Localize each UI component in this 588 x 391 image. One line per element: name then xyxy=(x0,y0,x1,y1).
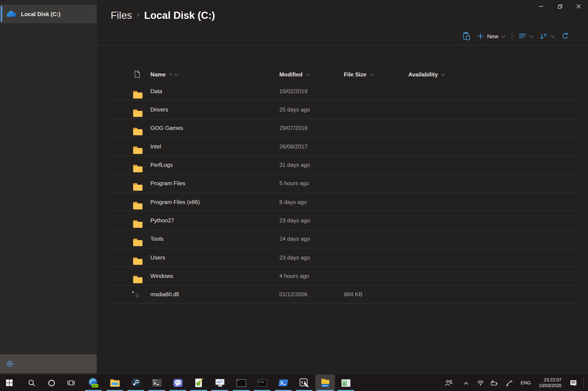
table-row[interactable]: Tools 24 days ago xyxy=(97,229,588,248)
show-desktop-button[interactable] xyxy=(584,377,584,389)
paste-button[interactable] xyxy=(463,29,471,43)
file-explorer-icon xyxy=(110,379,120,387)
app-window: Local Disk (C:) xyxy=(0,0,588,375)
people-button[interactable] xyxy=(439,375,458,391)
table-row[interactable]: Data 15/02/2019 xyxy=(97,82,588,100)
view-options-button[interactable] xyxy=(519,29,533,43)
edge-dev-button[interactable]: DEV xyxy=(84,375,103,391)
resource-monitor-button[interactable] xyxy=(210,375,229,391)
column-header-modified[interactable]: Modified xyxy=(279,67,310,82)
header-divider xyxy=(97,45,588,45)
time-label: 23:22:07 xyxy=(530,377,561,383)
minimize-button[interactable] xyxy=(532,0,551,13)
sidebar-item-local-disk-c[interactable]: Local Disk (C:) xyxy=(0,4,97,23)
search-button[interactable] xyxy=(22,375,41,391)
minimize-icon xyxy=(539,4,543,9)
table-row[interactable]: Intel 26/06/2017 xyxy=(97,137,588,156)
view-options-icon xyxy=(519,33,526,39)
sort-options-icon xyxy=(540,33,548,39)
action-center-icon xyxy=(570,379,577,387)
dev-tools-icon xyxy=(299,378,309,388)
close-icon xyxy=(576,4,581,9)
sidebar-item-label: Local Disk (C:) xyxy=(21,11,60,17)
chevron-down-icon xyxy=(551,34,555,38)
breadcrumb-current[interactable]: Local Disk (C:) xyxy=(144,10,215,21)
discord-button[interactable] xyxy=(168,375,187,391)
new-plus-icon xyxy=(477,33,484,39)
powershell-button[interactable] xyxy=(273,375,293,391)
cortana-button[interactable] xyxy=(42,375,61,391)
discord-icon xyxy=(173,378,183,388)
breadcrumb: Files › Local Disk (C:) xyxy=(111,10,215,21)
paste-icon xyxy=(463,32,471,40)
console-button[interactable] xyxy=(231,375,251,391)
table-row[interactable]: msdia80.dll 01/12/2006 884 KB xyxy=(97,285,588,303)
svg-text:C:\: C:\ xyxy=(258,380,263,383)
console-window-icon xyxy=(236,379,246,387)
svg-text:DEV: DEV xyxy=(93,385,97,387)
new-button[interactable]: New xyxy=(477,29,505,43)
task-view-button[interactable] xyxy=(62,375,81,391)
pen-icon xyxy=(506,380,512,386)
breadcrumb-root[interactable]: Files xyxy=(111,10,132,21)
column-header-file-size[interactable]: File Size xyxy=(344,67,373,82)
new-button-label: New xyxy=(487,33,498,39)
sort-ascending-icon: ↑ xyxy=(169,71,172,77)
file-type-column-icon[interactable] xyxy=(134,67,140,82)
refresh-button[interactable] xyxy=(561,29,569,43)
document-icon xyxy=(134,70,140,78)
chevron-up-icon xyxy=(463,381,469,385)
toolbar-divider xyxy=(512,31,512,41)
dev-tools-button[interactable] xyxy=(294,375,314,391)
system-window-icon xyxy=(341,379,351,387)
pen-button[interactable] xyxy=(499,375,519,391)
steam-icon xyxy=(131,378,141,388)
table-row[interactable]: Windows 4 hours ago xyxy=(97,266,588,285)
close-button[interactable] xyxy=(569,0,588,13)
restore-button[interactable] xyxy=(551,0,569,13)
files-app: Local Disk (C:) xyxy=(0,0,588,391)
table-header: Name ↑ Modified File Size Availability xyxy=(97,67,588,82)
refresh-icon xyxy=(561,32,569,40)
table-row[interactable]: GOG Games 29/07/2018 xyxy=(97,119,588,137)
steam-button[interactable] xyxy=(126,375,146,391)
files-beta-icon: BETA xyxy=(320,378,330,387)
table-row[interactable]: Drivers 25 days ago xyxy=(97,100,588,119)
breadcrumb-separator-icon: › xyxy=(137,11,139,19)
window-controls xyxy=(532,0,588,13)
main-pane: Files › Local Disk (C:) New xyxy=(97,0,588,375)
file-list: Name ↑ Modified File Size Availability xyxy=(97,67,588,82)
chevron-down-icon xyxy=(174,72,178,76)
chevron-down-icon xyxy=(529,34,533,38)
cortana-icon xyxy=(48,379,55,387)
sort-options-button[interactable] xyxy=(540,29,555,43)
column-header-name[interactable]: Name ↑ xyxy=(150,67,178,82)
settings-button[interactable] xyxy=(0,354,97,373)
terminal-button[interactable] xyxy=(147,375,166,391)
table-row[interactable]: PerfLogs 31 days ago xyxy=(97,156,588,174)
battery-charging-icon xyxy=(491,380,498,386)
action-center-button[interactable] xyxy=(564,375,583,391)
edge-dev-icon: DEV xyxy=(88,378,99,388)
chevron-down-icon xyxy=(370,72,373,76)
restore-icon xyxy=(558,4,562,9)
command-prompt-icon: C:\ xyxy=(257,379,267,387)
table-row[interactable]: Users 23 days ago xyxy=(97,248,588,267)
table-row[interactable]: Python27 23 days ago xyxy=(97,211,588,230)
clock[interactable]: 23:22:07 10/03/2020 xyxy=(530,375,561,391)
command-prompt-button[interactable]: C:\ xyxy=(252,375,272,391)
column-header-availability[interactable]: Availability xyxy=(408,67,445,82)
windows-logo-icon xyxy=(6,380,13,386)
notepad-plus-plus-button[interactable] xyxy=(189,375,209,391)
chevron-down-icon xyxy=(441,72,445,76)
date-label: 10/03/2020 xyxy=(530,383,561,389)
toolbar: New xyxy=(463,29,569,43)
file-explorer-button[interactable] xyxy=(105,375,125,391)
table-row[interactable]: Program Files (x86) 8 days ago xyxy=(97,193,588,211)
system-window-button[interactable] xyxy=(336,375,356,391)
table-body: Data 15/02/2019 Drivers 25 days ago xyxy=(97,82,588,303)
table-row[interactable]: Program Files 5 hours ago xyxy=(97,174,588,193)
files-beta-button[interactable]: BETA xyxy=(315,375,335,391)
start-button[interactable] xyxy=(0,375,19,391)
sidebar: Local Disk (C:) xyxy=(0,0,97,375)
